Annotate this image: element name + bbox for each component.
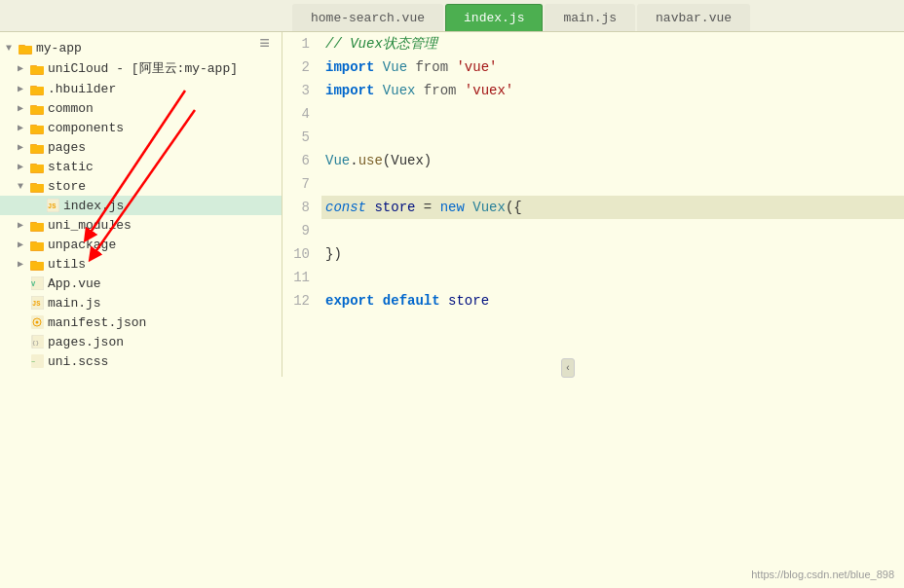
token-plain: }) [325, 246, 342, 262]
tree-item-unpackage[interactable]: ▶unpackage [0, 235, 282, 254]
tree-item-components[interactable]: ▶components [0, 118, 282, 137]
token-var: store [448, 293, 489, 309]
code-line-5: 5 [282, 126, 904, 149]
js-file-icon: JS [45, 198, 60, 213]
tree-item-uniCloud[interactable]: ▶uniCloud - [阿里云:my-app] [0, 57, 282, 79]
line-content-4[interactable] [321, 102, 904, 126]
svg-rect-29 [30, 223, 44, 231]
tree-item-pages[interactable]: ▶pages [0, 137, 282, 157]
code-line-3: 3import Vuex from 'vuex' [282, 79, 904, 102]
tree-label-manifest-json: manifest.json [48, 315, 146, 330]
tree-label-main-js: main.js [48, 296, 101, 311]
line-content-5[interactable] [321, 126, 904, 149]
code-line-7: 7 [282, 172, 904, 196]
tab-navbar[interactable]: navbar.vue [637, 4, 750, 31]
tree-item-uni_modules[interactable]: ▶uni_modules [0, 215, 282, 235]
token-keyword: default [383, 293, 440, 309]
line-number-3: 3 [282, 79, 321, 102]
tree-item-common[interactable]: ▶common [0, 98, 282, 118]
line-content-9[interactable] [321, 219, 904, 242]
token-plain: (Vuex) [383, 153, 432, 168]
tree-item-uni-scss[interactable]: ~uni.scss [0, 351, 282, 371]
json-file-icon [29, 314, 45, 330]
collapse-button[interactable]: ‹ [561, 358, 575, 378]
folder-icon [29, 120, 45, 135]
svg-text:{}: {} [32, 340, 39, 347]
folder-icon [29, 100, 45, 116]
code-line-9: 9 [282, 219, 904, 242]
main-area: ≡ ▼my-app▶uniCloud - [阿里云:my-app]▶.hbuil… [0, 32, 904, 588]
svg-rect-14 [30, 126, 44, 133]
line-content-6[interactable]: Vue.use(Vuex) [321, 149, 904, 172]
svg-rect-5 [30, 66, 44, 74]
token-const: const [325, 200, 366, 215]
code-line-12: 12export default store [282, 289, 904, 312]
line-content-11[interactable] [321, 266, 904, 289]
tree-item-main-js[interactable]: JSmain.js [0, 293, 282, 312]
folder-icon [29, 217, 45, 233]
tree-item-manifest-json[interactable]: manifest.json [0, 312, 282, 332]
line-number-10: 10 [282, 242, 321, 266]
token-string: 'vue' [456, 59, 497, 75]
token-plain: = [415, 200, 439, 215]
svg-rect-32 [30, 242, 44, 250]
json-file2-icon: {} [29, 334, 45, 349]
tree-label-app-vue: App.vue [48, 276, 101, 291]
tree-arrow-utils: ▶ [18, 258, 29, 270]
code-editor: ‹ 1// Vuex状态管理2import Vue from 'vue'3imp… [282, 32, 904, 588]
line-content-10[interactable]: }) [321, 242, 904, 266]
line-content-1[interactable]: // Vuex状态管理 [321, 32, 904, 55]
tree-arrow-unpackage: ▶ [18, 239, 29, 250]
tree-arrow-uni_modules: ▶ [18, 219, 29, 231]
line-number-2: 2 [282, 55, 321, 79]
tree-label-common: common [48, 101, 94, 116]
hamburger-icon[interactable]: ≡ [255, 32, 274, 55]
tree-item-pages-json[interactable]: {}pages.json [0, 332, 282, 351]
code-line-10: 10}) [282, 242, 904, 266]
line-content-2[interactable]: import Vue from 'vue' [321, 55, 904, 79]
scss-file-icon: ~ [29, 353, 45, 369]
tree-label-uni-scss: uni.scss [48, 354, 108, 369]
tree-label-pages-json: pages.json [48, 335, 124, 349]
tree-label-uniCloud: uniCloud - [阿里云:my-app] [48, 59, 238, 77]
svg-text:~: ~ [31, 358, 35, 366]
tab-bar: home-search.vue index.js main.js navbar.… [0, 0, 904, 32]
line-number-9: 9 [282, 219, 321, 242]
code-line-2: 2import Vue from 'vue' [282, 55, 904, 79]
line-number-1: 1 [282, 32, 321, 55]
folder-icon [29, 178, 45, 194]
line-number-6: 6 [282, 149, 321, 172]
token-class: Vue [325, 153, 350, 168]
file-tree: ▼my-app▶uniCloud - [阿里云:my-app]▶.hbuilde… [0, 38, 282, 371]
tree-item-my-app[interactable]: ▼my-app [0, 38, 282, 57]
line-number-5: 5 [282, 126, 321, 149]
line-content-3[interactable]: import Vuex from 'vuex' [321, 79, 904, 102]
tree-item-store[interactable]: ▼store [0, 176, 282, 196]
line-content-8[interactable]: const store = new Vuex({ [321, 196, 904, 219]
token-plain [374, 293, 382, 309]
tree-label-static: static [48, 160, 94, 174]
line-content-7[interactable] [321, 172, 904, 196]
folder-icon [18, 40, 33, 55]
code-lines: 1// Vuex状态管理2import Vue from 'vue'3impor… [282, 32, 904, 312]
folder-icon [29, 237, 45, 252]
tab-home-search[interactable]: home-search.vue [292, 4, 443, 31]
line-content-12[interactable]: export default store [321, 289, 904, 312]
token-plain [415, 83, 423, 98]
tree-arrow-store: ▼ [18, 181, 29, 192]
svg-text:JS: JS [48, 202, 56, 210]
svg-rect-17 [30, 145, 44, 153]
token-class: Vue [383, 59, 407, 75]
tree-label-unpackage: unpackage [48, 238, 116, 252]
token-class: Vuex [472, 200, 506, 215]
js-file-icon: JS [29, 295, 45, 311]
token-var: store [374, 200, 415, 215]
tab-index-js[interactable]: index.js [445, 4, 543, 31]
tree-item-hbuilder[interactable]: ▶.hbuilder [0, 79, 282, 98]
line-number-7: 7 [282, 172, 321, 196]
tree-item-utils[interactable]: ▶utils [0, 254, 282, 274]
tree-item-index-js[interactable]: JSindex.js [0, 196, 282, 215]
tab-main-js[interactable]: main.js [545, 4, 635, 31]
tree-item-static[interactable]: ▶static [0, 157, 282, 176]
tree-item-app-vue[interactable]: VApp.vue [0, 274, 282, 293]
